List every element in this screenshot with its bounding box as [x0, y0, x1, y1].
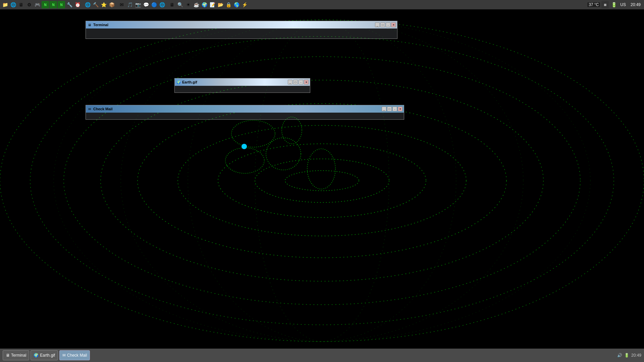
tools-icon[interactable]: 🔨 [92, 1, 99, 8]
earth-gif-body [175, 86, 310, 93]
settings-icon[interactable]: ⚙ [25, 1, 33, 8]
check-mail-maximize-btn[interactable]: □ [387, 107, 392, 111]
taskbar-earth-gif-label: Earth.gif [40, 353, 55, 358]
taskbar-terminal-label: Terminal [11, 353, 26, 358]
svg-point-10 [282, 117, 302, 144]
check-mail-iconify-btn[interactable]: _ [382, 107, 386, 111]
game-icon[interactable]: 🎮 [34, 1, 41, 8]
earth-gif-close-btn[interactable]: ✕ [304, 80, 309, 84]
coffee-icon[interactable]: ☕ [193, 1, 200, 8]
earth-gif-maximize-btn[interactable]: □ [293, 80, 298, 84]
search-top-icon[interactable]: 🔍 [176, 1, 184, 8]
nvidia2-icon[interactable]: N [50, 1, 57, 8]
terminal-titlebar[interactable]: 🖥 Terminal _ □ - ✕ [86, 21, 397, 28]
taskbar-check-mail-icon: ✉ [62, 353, 66, 358]
time-label: 20:49 [629, 2, 643, 7]
browser-icon[interactable]: 🌐 [9, 1, 17, 8]
terminal-window: 🖥 Terminal _ □ - ✕ [86, 21, 397, 39]
taskbar-check-mail-item[interactable]: ✉ Check Mail [59, 350, 90, 360]
svg-point-9 [231, 120, 275, 147]
temp-icon[interactable]: ■ [601, 1, 609, 8]
camera-icon[interactable]: 📷 [134, 1, 142, 8]
taskbar-earth-gif-icon: 🌍 [34, 353, 39, 358]
net2-icon[interactable]: 🌐 [158, 1, 166, 8]
check-mail-window: ✉ Check Mail _ □ - ✕ [86, 105, 404, 120]
desktop: 🖥 Terminal _ □ - ✕ 🌍 Earth.gif _ □ - ✕ [0, 9, 644, 349]
taskbar-bottom: 🖥 Terminal 🌍 Earth.gif ✉ Check Mail 🔊 🔋 … [0, 349, 644, 362]
svg-point-6 [218, 144, 426, 218]
files-icon[interactable]: 📁 [1, 1, 9, 8]
svg-point-4 [138, 104, 506, 258]
taskbar-terminal-icon: 🖥 [6, 353, 10, 358]
music-icon[interactable]: 🎵 [126, 1, 133, 8]
svg-point-14 [255, 20, 389, 342]
time-bottom-label: 20:49 [631, 353, 641, 358]
check-mail-shade-btn[interactable]: - [392, 107, 397, 111]
nvidia3-icon[interactable]: N [58, 1, 65, 8]
earth-gif-titlebar[interactable]: 🌍 Earth.gif _ □ - ✕ [175, 78, 310, 86]
svg-point-15 [188, 20, 456, 342]
taskbar-check-mail-label: Check Mail [67, 353, 87, 358]
manage-icon[interactable]: ⚡ [241, 1, 248, 8]
globe-icon[interactable]: 🌎 [233, 1, 240, 8]
sun-icon[interactable]: ☀ [184, 1, 192, 8]
code-icon[interactable]: 📝 [209, 1, 216, 8]
terminal-icon2[interactable]: 🖥 [17, 1, 25, 8]
earth-gif-window: 🌍 Earth.gif _ □ - ✕ [174, 78, 310, 93]
earth-position-dot [241, 144, 247, 149]
taskbar-top: 📁 🌐 🖥 ⚙ 🎮 N N N 🔧 ⏰ 🌐 🔨 ⭐ 📦 ✉ 🎵 📷 💬 🔵 🌐 … [0, 0, 644, 9]
apps-icon[interactable]: 📦 [108, 1, 115, 8]
taskbar-bottom-right: 🔊 🔋 20:49 [617, 353, 641, 358]
taskbar-terminal-item[interactable]: 🖥 Terminal [3, 350, 29, 360]
security-icon[interactable]: 🔒 [225, 1, 232, 8]
email-top-icon[interactable]: ✉ [118, 1, 125, 8]
earth-gif-title-icon: 🌍 [176, 80, 181, 84]
check-mail-body [86, 113, 404, 119]
chat-icon[interactable]: 💬 [142, 1, 150, 8]
browser3-icon[interactable]: 🌍 [201, 1, 208, 8]
taskbar-top-right: 37 °C ■ 🔋 US 20:49 [587, 1, 643, 8]
earth-gif-iconify-btn[interactable]: _ [288, 80, 292, 84]
earth-gif-window-buttons: _ □ - ✕ [288, 80, 309, 84]
lang-label: US [619, 2, 627, 7]
svg-point-2 [64, 57, 580, 305]
svg-point-0 [0, 20, 644, 342]
check-mail-titlebar[interactable]: ✉ Check Mail _ □ - ✕ [86, 105, 404, 113]
svg-point-16 [121, 20, 523, 342]
svg-point-5 [178, 125, 466, 236]
terminal-maximize-btn[interactable]: □ [380, 22, 385, 27]
terminal-title-icon: 🖥 [87, 22, 92, 27]
nvidia1-icon[interactable]: N [42, 1, 49, 8]
svg-point-17 [54, 20, 590, 342]
network1-icon[interactable]: 🌐 [84, 1, 91, 8]
system-icon[interactable]: 🔧 [66, 1, 73, 8]
svg-point-8 [285, 171, 359, 191]
chrome-icon[interactable]: 🔵 [150, 1, 158, 8]
battery-bottom-icon[interactable]: 🔋 [624, 353, 629, 358]
background-visualization [0, 9, 644, 349]
taskbar-earth-gif-item[interactable]: 🌍 Earth.gif [31, 350, 58, 360]
terminal-window-buttons: _ □ - ✕ [375, 22, 396, 27]
terminal-body [86, 28, 397, 39]
terminal-close-btn[interactable]: ✕ [391, 22, 396, 27]
earth-gif-title-text: Earth.gif [182, 80, 286, 84]
volume-bottom-icon[interactable]: 🔊 [617, 353, 622, 358]
svg-point-13 [307, 149, 335, 189]
terminal-shade-btn[interactable]: - [386, 22, 390, 27]
svg-point-11 [225, 148, 264, 173]
svg-point-1 [30, 37, 614, 325]
star-icon[interactable]: ⭐ [100, 1, 107, 8]
temperature-label: 37 °C [587, 2, 600, 7]
svg-point-7 [255, 159, 389, 202]
check-mail-close-btn[interactable]: ✕ [398, 107, 402, 111]
battery-top-icon[interactable]: 🔋 [610, 1, 618, 8]
clock-top-icon[interactable]: ⏰ [74, 1, 81, 8]
earth-gif-shade-btn[interactable]: - [299, 80, 303, 84]
check-mail-title-icon: ✉ [87, 107, 92, 111]
terminal-iconify-btn[interactable]: _ [375, 22, 380, 27]
terminal-title-text: Terminal [93, 23, 374, 27]
screen-icon[interactable]: 🖥 [168, 1, 176, 8]
check-mail-window-buttons: _ □ - ✕ [382, 107, 402, 111]
folder-icon[interactable]: 📂 [217, 1, 224, 8]
check-mail-title-text: Check Mail [93, 107, 380, 111]
